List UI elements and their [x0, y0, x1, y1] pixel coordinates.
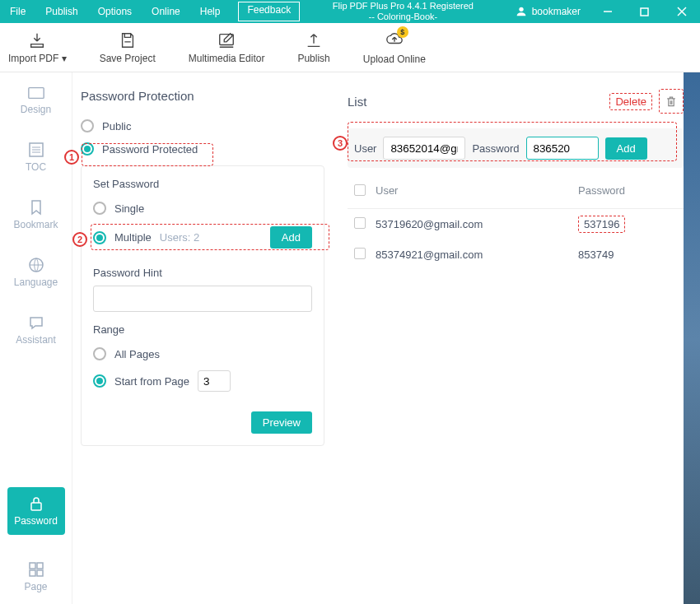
- table-row: 85374921@gmail.com 853749: [348, 239, 684, 270]
- user-icon: [515, 5, 528, 18]
- sidebar-language[interactable]: Language: [7, 257, 65, 288]
- sidebar-assistant-label: Assistant: [16, 334, 56, 346]
- preview-button[interactable]: Preview: [251, 411, 312, 434]
- th-user: User: [376, 184, 578, 198]
- user-name-label: bookmaker: [532, 6, 581, 17]
- panel-heading: Password Protection: [81, 89, 324, 103]
- row-checkbox[interactable]: [354, 248, 366, 259]
- radio-icon: [93, 347, 106, 360]
- add-user-button[interactable]: Add: [605, 137, 647, 160]
- th-password: Password: [578, 184, 677, 198]
- single-label: Single: [114, 202, 144, 215]
- menu-publish[interactable]: Publish: [35, 2, 87, 21]
- trash-icon: [665, 95, 678, 108]
- feedback-button[interactable]: Feedback: [238, 2, 300, 21]
- trash-button[interactable]: [659, 89, 684, 114]
- radio-start-from-page[interactable]: Start from Page: [93, 365, 312, 397]
- sidebar-toc[interactable]: TOC: [7, 142, 65, 173]
- close-button[interactable]: [663, 0, 700, 23]
- svg-rect-14: [30, 563, 35, 569]
- dollar-badge-icon: $: [397, 26, 408, 38]
- save-label: Save Project: [100, 53, 156, 64]
- radio-single[interactable]: Single: [93, 197, 312, 220]
- upload-online-button[interactable]: $ Upload Online: [363, 30, 426, 65]
- sidebar-assistant[interactable]: Assistant: [7, 314, 65, 346]
- publish-button[interactable]: Publish: [297, 31, 329, 64]
- sidebar-password-label: Password: [14, 515, 58, 527]
- menu-file[interactable]: File: [0, 2, 35, 21]
- svg-rect-6: [28, 88, 43, 99]
- radio-all-pages[interactable]: All Pages: [93, 342, 312, 365]
- select-all-checkbox[interactable]: [354, 184, 366, 196]
- menu-help[interactable]: Help: [190, 2, 231, 21]
- protected-label: Password Protected: [102, 143, 198, 156]
- row-checkbox[interactable]: [354, 217, 366, 229]
- sidebar-page[interactable]: Page: [7, 561, 65, 592]
- user-label: User: [354, 142, 376, 155]
- row-user: 53719620@gmail.com: [376, 218, 578, 230]
- svg-rect-2: [641, 8, 648, 16]
- all-pages-label: All Pages: [114, 348, 160, 360]
- sidebar-page-label: Page: [24, 581, 47, 592]
- globe-icon: [28, 257, 44, 273]
- password-hint-label: Password Hint: [93, 267, 312, 279]
- sidebar-design-label: Design: [21, 104, 51, 115]
- annotation-3-badge: 3: [333, 136, 348, 151]
- publish-icon: [305, 31, 323, 49]
- import-pdf-button[interactable]: Import PDF ▾: [8, 31, 67, 64]
- range-label: Range: [93, 323, 312, 336]
- password-input[interactable]: [526, 137, 599, 160]
- svg-point-0: [519, 7, 523, 12]
- menu-options[interactable]: Options: [88, 2, 142, 21]
- grid-icon: [28, 561, 44, 578]
- radio-icon: [81, 119, 94, 132]
- bookmark-icon: [29, 199, 44, 216]
- svg-rect-16: [30, 570, 35, 576]
- svg-rect-5: [220, 34, 234, 44]
- publish-label: Publish: [297, 53, 329, 64]
- svg-rect-17: [37, 570, 43, 576]
- upload-label: Upload Online: [363, 53, 426, 65]
- save-project-button[interactable]: Save Project: [100, 31, 156, 64]
- svg-rect-13: [31, 503, 41, 510]
- row-user: 85374921@gmail.com: [376, 249, 578, 261]
- sidebar-design[interactable]: Design: [7, 86, 65, 115]
- annotation-1-badge: 1: [64, 150, 79, 165]
- list-heading: List: [348, 95, 366, 109]
- minimize-button[interactable]: [589, 0, 626, 23]
- set-password-label: Set Password: [93, 178, 312, 190]
- save-icon: [119, 31, 137, 49]
- row-password: 537196: [578, 216, 625, 233]
- row-password: 853749: [578, 249, 677, 261]
- add-multiple-button[interactable]: Add: [270, 226, 312, 249]
- import-label: Import PDF ▾: [8, 53, 67, 64]
- sidebar-toc-label: TOC: [26, 161, 46, 173]
- user-badge[interactable]: bookmaker: [506, 5, 589, 18]
- table-row: 53719620@gmail.com 537196: [348, 209, 684, 239]
- import-icon: [28, 31, 46, 49]
- title-line1: Flip PDF Plus Pro 4.4.1 Registered: [333, 1, 474, 11]
- preview-strip: [684, 72, 700, 604]
- multimedia-icon: [217, 31, 236, 49]
- delete-button[interactable]: Delete: [609, 93, 652, 110]
- password-hint-input[interactable]: [93, 286, 312, 312]
- sidebar-bookmark[interactable]: Bookmark: [7, 199, 65, 230]
- radio-public[interactable]: Public: [81, 114, 324, 137]
- radio-password-protected[interactable]: Password Protected: [81, 137, 324, 160]
- multiple-label: Multiple: [114, 231, 152, 244]
- app-title: Flip PDF Plus Pro 4.4.1 Registered -- Co…: [300, 1, 506, 22]
- start-page-input[interactable]: [198, 370, 231, 392]
- multimedia-label: Multimedia Editor: [189, 53, 265, 64]
- password-label: Password: [472, 142, 519, 155]
- radio-multiple[interactable]: Multiple Users: 2 Add: [93, 220, 312, 255]
- sidebar-password[interactable]: Password: [7, 487, 65, 535]
- menu-online[interactable]: Online: [142, 2, 190, 21]
- users-count: Users: 2: [160, 231, 199, 244]
- multimedia-editor-button[interactable]: Multimedia Editor: [189, 31, 265, 64]
- user-input[interactable]: [383, 137, 465, 160]
- title-line2: -- Coloring-Book-: [369, 12, 438, 21]
- toc-icon: [28, 142, 44, 158]
- maximize-button[interactable]: [626, 0, 663, 23]
- lock-icon: [29, 495, 44, 512]
- chat-icon: [28, 314, 44, 331]
